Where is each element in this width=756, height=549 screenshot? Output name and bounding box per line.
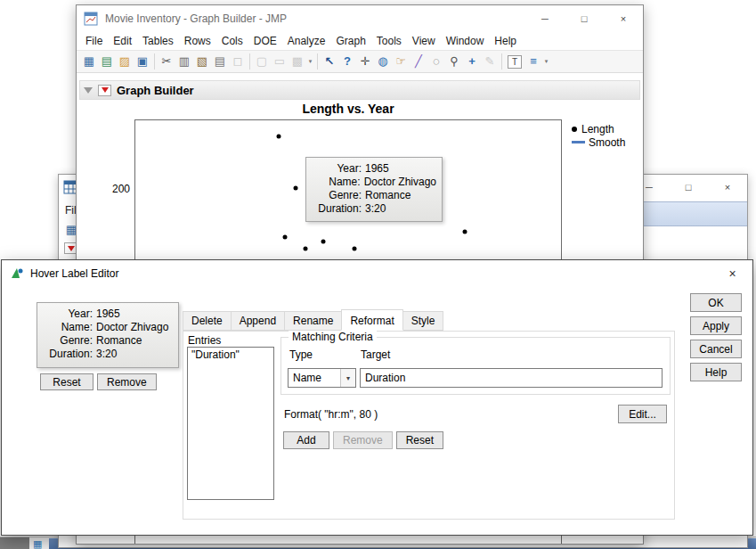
target-input[interactable]: [360, 368, 663, 388]
format-expression: Format( "hr:m", 80 ): [284, 408, 378, 421]
zoom-plus-tool-icon[interactable]: +: [463, 53, 481, 70]
save-icon[interactable]: ▣: [134, 53, 151, 70]
menu-tools[interactable]: Tools: [371, 35, 407, 47]
journal-icon: ▢: [253, 53, 271, 70]
data-point[interactable]: [304, 247, 308, 251]
toolbar-separator: [154, 53, 155, 70]
hover-field-label: Genre:: [43, 334, 93, 348]
paste-icon[interactable]: ▧: [193, 53, 211, 70]
main-maximize-button[interactable]: □: [565, 5, 604, 32]
preview-reset-button[interactable]: Reset: [40, 373, 93, 390]
new-data-table-icon[interactable]: ▦: [80, 53, 98, 70]
window-title: Movie Inventory - Graph Builder - JMP: [105, 12, 287, 25]
line-annotation-icon[interactable]: ≡: [524, 53, 542, 70]
menu-window[interactable]: Window: [441, 35, 490, 47]
open-icon[interactable]: ▨: [116, 53, 134, 70]
main-close-button[interactable]: ×: [604, 5, 643, 32]
ok-button[interactable]: OK: [690, 293, 742, 312]
remove-button: Remove: [333, 431, 393, 449]
cut-icon[interactable]: ✂: [158, 53, 175, 70]
data-point[interactable]: [283, 235, 288, 240]
main-minimize-button[interactable]: ─: [525, 5, 565, 32]
data-point[interactable]: [353, 247, 357, 251]
bg-window-controls: ─□×: [630, 175, 747, 200]
globe-tool-icon[interactable]: ◍: [374, 53, 392, 70]
add-button[interactable]: Add: [283, 431, 329, 449]
crosshair-tool-icon[interactable]: ✛: [356, 53, 374, 70]
copy-table-icon[interactable]: ▤: [211, 53, 229, 70]
red-triangle-menu-button[interactable]: [98, 85, 111, 96]
entries-listbox[interactable]: "Duration": [187, 347, 274, 500]
brush-tool-icon[interactable]: ╱: [410, 53, 427, 70]
hover-label-row: Year:1965: [43, 307, 173, 321]
matching-criteria-legend: Matching Criteria: [289, 331, 377, 343]
edit-button[interactable]: Edit...: [618, 405, 667, 423]
hand-tool-icon[interactable]: ☞: [392, 53, 410, 70]
type-label: Type: [289, 348, 313, 361]
menu-edit[interactable]: Edit: [108, 35, 137, 47]
help-button[interactable]: Help: [690, 363, 742, 381]
legend-dot-marker: [572, 127, 577, 132]
table-window-left-edge: [0, 537, 29, 549]
toolbar-overflow-chevron[interactable]: ▾: [306, 58, 314, 65]
hover-label-preview[interactable]: Year:1965Name:Doctor ZhivagoGenre:Romanc…: [37, 302, 179, 368]
target-label: Target: [361, 348, 390, 361]
new-journal-icon[interactable]: ▤: [98, 53, 116, 70]
menu-doe[interactable]: DOE: [248, 35, 282, 47]
apply-button[interactable]: Apply: [690, 316, 742, 335]
red-triangle-icon: [68, 246, 75, 251]
data-point[interactable]: [277, 135, 281, 139]
chart-title: Length vs. Year: [134, 102, 562, 116]
help-tool-icon[interactable]: ?: [338, 53, 356, 70]
type-select[interactable]: Name ▾: [288, 368, 356, 388]
arrow-tool-icon[interactable]: ↖: [321, 53, 338, 70]
text-annotation-icon[interactable]: T: [508, 55, 522, 69]
screen: ─□× File ▦▨ Movie Inventory - Graph Buil…: [0, 0, 756, 549]
hover-label-row: Genre:Romance: [43, 334, 173, 348]
magnifier-tool-icon[interactable]: ⚲: [445, 53, 463, 70]
tab-style[interactable]: Style: [402, 311, 444, 331]
menu-file[interactable]: File: [80, 35, 108, 47]
menu-rows[interactable]: Rows: [179, 35, 216, 47]
reset-button[interactable]: Reset: [396, 431, 443, 449]
menu-analyze[interactable]: Analyze: [282, 35, 331, 47]
toolbar-overflow-chevron[interactable]: ▾: [542, 58, 550, 65]
hover-label-editor-dialog: Hover Label Editor × Year:1965Name:Docto…: [1, 259, 753, 536]
type-select-value: Name: [289, 372, 340, 384]
data-point[interactable]: [321, 240, 326, 244]
menu-help[interactable]: Help: [489, 35, 522, 47]
red-triangle-icon: [102, 87, 109, 93]
data-point[interactable]: [463, 230, 467, 234]
legend-label: Smooth: [589, 136, 625, 149]
chevron-down-icon: ▾: [340, 369, 355, 387]
tab-delete[interactable]: Delete: [183, 311, 232, 331]
menu-cols[interactable]: Cols: [216, 35, 248, 47]
data-point[interactable]: [294, 186, 298, 191]
tab-reformat[interactable]: Reformat: [341, 309, 402, 331]
legend-item-smooth[interactable]: Smooth: [572, 135, 625, 149]
entries-list-item[interactable]: "Duration": [188, 348, 273, 362]
legend-item-length[interactable]: Length: [572, 122, 625, 135]
cancel-button[interactable]: Cancel: [690, 340, 742, 358]
menu-view[interactable]: View: [407, 35, 441, 47]
bg-close-button[interactable]: ×: [708, 175, 747, 200]
disclosure-triangle-icon[interactable]: [84, 87, 93, 94]
capture-icon: ▩: [289, 53, 306, 70]
section-title: Graph Builder: [117, 84, 194, 97]
menu-tables[interactable]: Tables: [137, 35, 179, 47]
tab-append[interactable]: Append: [231, 311, 285, 331]
lasso-tool-icon[interactable]: ◌: [427, 53, 445, 70]
hover-label-row: Duration:3:20: [312, 202, 436, 216]
tab-rename[interactable]: Rename: [284, 311, 342, 331]
hover-label-row: Year:1965: [312, 162, 436, 176]
dialog-side-buttons: OKApplyCancelHelp: [690, 293, 742, 381]
bg-maximize-button[interactable]: □: [669, 175, 708, 200]
copy-icon[interactable]: ▥: [175, 53, 193, 70]
menu-graph[interactable]: Graph: [330, 35, 370, 47]
preview-remove-button[interactable]: Remove: [97, 373, 157, 390]
chart-legend: LengthSmooth: [572, 122, 625, 149]
toolbar-separator: [249, 53, 250, 70]
dialog-close-button[interactable]: ×: [712, 260, 752, 287]
graph-builder-header: Graph Builder: [79, 80, 640, 100]
hover-label-row: Name:Doctor Zhivago: [312, 176, 436, 189]
